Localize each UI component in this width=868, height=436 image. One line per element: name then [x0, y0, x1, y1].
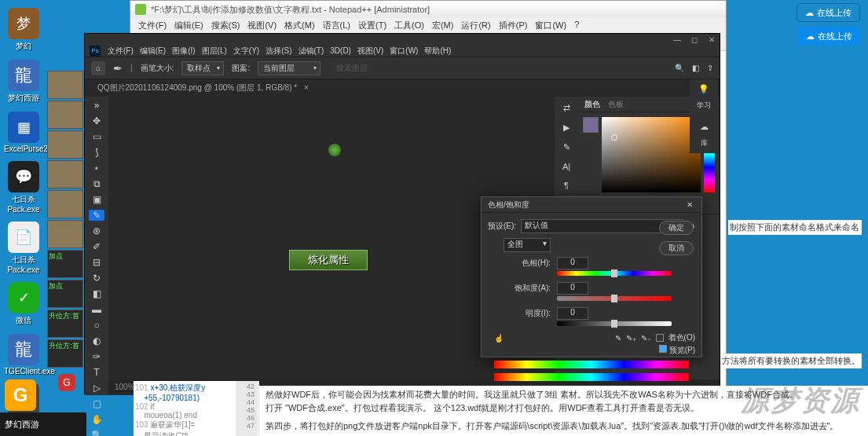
crop-tool-icon[interactable]: ⧉ — [89, 178, 104, 189]
upload-button-2[interactable]: ☁ 在线上传 — [798, 27, 860, 46]
ps-menu-filter[interactable]: 滤镜(T) — [296, 46, 327, 57]
game-tile[interactable] — [47, 101, 83, 129]
brush-size-dropdown[interactable]: 取样点 — [181, 61, 224, 75]
zoom-level[interactable]: 100% — [115, 383, 135, 391]
shape-tool-icon[interactable]: ▢ — [89, 398, 104, 409]
eyedropper-tool-icon[interactable]: ✎ — [89, 210, 104, 221]
dodge-tool-icon[interactable]: ◐ — [89, 335, 104, 346]
home-icon[interactable]: ⌂ — [91, 61, 105, 75]
notepad-titlebar[interactable]: *F:\梦幻\工具\制作添加修改数值\文字教程.txt - Notepad++ … — [130, 1, 726, 18]
pen-tool-icon[interactable]: ✑ — [89, 351, 104, 362]
ps-titlebar[interactable]: — ◻ ✕ — [85, 34, 720, 45]
game-tile[interactable]: 加点 — [47, 280, 83, 308]
menu-view[interactable]: 视图(V) — [244, 20, 280, 32]
ps-menu-type[interactable]: 文字(Y) — [231, 46, 262, 57]
minimize-icon[interactable]: — — [672, 35, 682, 43]
panel-para-icon[interactable]: ¶ — [564, 181, 569, 190]
menu-help[interactable]: ? — [571, 20, 582, 32]
share-icon[interactable]: ⇪ — [707, 64, 713, 72]
desktop-icon[interactable]: ✓ — [8, 282, 39, 313]
heal-tool-icon[interactable]: ⊛ — [89, 225, 104, 236]
move-tool-icon[interactable]: ✥ — [89, 115, 104, 126]
game-tile[interactable] — [47, 160, 83, 189]
sat-slider[interactable] — [557, 296, 672, 301]
desktop-icon[interactable]: 龍 — [8, 334, 39, 365]
menu-edit[interactable]: 编辑(E) — [171, 20, 207, 32]
desktop-icon[interactable]: G — [58, 374, 75, 391]
menu-file[interactable]: 文件(F) — [135, 20, 170, 32]
close-icon[interactable]: ✕ — [684, 200, 695, 211]
eraser-tool-icon[interactable]: ◧ — [89, 288, 104, 299]
menu-settings[interactable]: 设置(T) — [355, 20, 390, 32]
close-icon[interactable]: ✕ — [707, 35, 716, 43]
type-tool-icon[interactable]: T — [89, 367, 104, 378]
game-tile[interactable] — [47, 130, 83, 159]
mode-dropdown[interactable]: 当前图层 — [258, 61, 320, 75]
eyedropper-icon[interactable]: ✎ — [615, 334, 621, 343]
fg-swatch[interactable] — [583, 117, 599, 133]
document-tab[interactable]: QQ图片20201106124009.png @ 100% (图层 1, RGB… — [91, 80, 315, 96]
slider-thumb[interactable] — [611, 320, 617, 328]
game-tile[interactable]: 升位方:首 — [47, 310, 83, 338]
tab-color[interactable]: 颜色 — [584, 99, 600, 110]
dialog-titlebar[interactable]: 色相/饱和度 ✕ — [482, 197, 701, 213]
lig-input[interactable]: 0 — [557, 307, 588, 320]
wand-tool-icon[interactable]: ⋆ — [89, 163, 104, 174]
gradient-tool-icon[interactable]: ▬ — [89, 304, 104, 315]
slider-thumb[interactable] — [611, 295, 617, 302]
desktop-icon[interactable]: ▦ — [8, 112, 39, 143]
eyedropper-minus-icon[interactable]: ✎₋ — [641, 334, 651, 343]
tab-close-icon[interactable]: × — [304, 83, 309, 92]
ps-menu-select[interactable]: 选择(S) — [263, 46, 294, 57]
ps-menu-edit[interactable]: 编辑(E) — [137, 46, 168, 57]
ps-menu-file[interactable]: 文件(F) — [105, 46, 136, 57]
panel-char-icon[interactable]: A| — [562, 162, 570, 171]
ps-menu-help[interactable]: 帮助(H) — [422, 46, 453, 57]
blur-tool-icon[interactable]: ○ — [89, 320, 104, 331]
ps-menu-window[interactable]: 窗口(W) — [387, 46, 420, 57]
expand-icon[interactable]: » — [89, 100, 104, 111]
menu-lang[interactable]: 语言(L) — [320, 20, 353, 32]
workspace-icon[interactable]: ◧ — [692, 64, 699, 72]
taskbar[interactable]: 梦幻西游 — [0, 412, 86, 436]
desktop-icon[interactable]: 💬 — [8, 161, 39, 192]
menu-tools[interactable]: 工具(O) — [391, 20, 427, 32]
ok-button[interactable]: 确定 — [659, 221, 694, 235]
library-icon[interactable]: ☁ — [700, 122, 709, 132]
eyedropper-plus-icon[interactable]: ✎₊ — [626, 334, 636, 343]
ps-menu-view[interactable]: 视图(V) — [355, 46, 386, 57]
brush-tool-icon[interactable]: ✐ — [89, 241, 104, 252]
hand-tool-icon[interactable]: ✋ — [89, 414, 104, 425]
hue-slider[interactable] — [557, 271, 672, 276]
slider-thumb[interactable] — [611, 269, 617, 277]
menu-search[interactable]: 搜索(S) — [208, 20, 244, 32]
stamp-tool-icon[interactable]: ⊟ — [89, 257, 104, 268]
zoom-tool-icon[interactable]: 🔍 — [89, 430, 104, 436]
bulb-icon[interactable]: 💡 — [698, 84, 709, 94]
desktop-icon[interactable]: 龍 — [8, 60, 39, 91]
finger-icon[interactable]: ☝ — [494, 334, 504, 343]
hue-input[interactable]: 0 — [557, 257, 588, 269]
colorize-checkbox[interactable] — [656, 334, 664, 342]
path-tool-icon[interactable]: ▷ — [89, 383, 104, 394]
cancel-button[interactable]: 取消 — [659, 241, 694, 255]
sat-input[interactable]: 0 — [557, 282, 588, 295]
search-icon[interactable]: 🔍 — [675, 64, 684, 72]
ps-menu-image[interactable]: 图像(I) — [170, 46, 197, 57]
tab-swatch[interactable]: 色板 — [608, 99, 624, 110]
ps-menu-3d[interactable]: 3D(D) — [328, 46, 353, 55]
menu-macro[interactable]: 宏(M) — [429, 20, 457, 32]
menu-run[interactable]: 运行(R) — [458, 20, 493, 32]
color-picker[interactable] — [602, 117, 701, 192]
menu-format[interactable]: 格式(M) — [281, 20, 318, 32]
panel-history-icon[interactable]: ▶ — [563, 123, 570, 133]
panel-adjust-icon[interactable]: ⇄ — [563, 103, 570, 113]
desktop-icon[interactable]: 📄 — [8, 222, 39, 253]
lig-slider[interactable] — [557, 321, 672, 326]
menu-window[interactable]: 窗口(W) — [532, 20, 570, 32]
menu-plugins[interactable]: 插件(P) — [496, 20, 531, 32]
range-dropdown[interactable]: 全图▾ — [504, 238, 551, 252]
game-tile[interactable]: 升位方:首 — [47, 339, 83, 368]
upload-button[interactable]: ☁ 在线上传 — [797, 3, 860, 22]
game-tile[interactable] — [47, 190, 83, 218]
